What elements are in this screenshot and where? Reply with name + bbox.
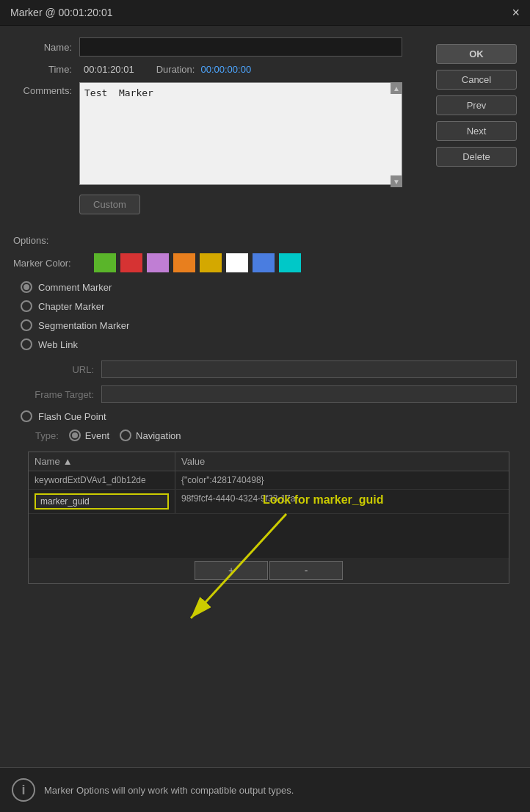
name-label: Name: — [13, 42, 72, 53]
type-event-circle — [69, 429, 81, 441]
radio-chapter-marker[interactable]: Chapter Marker — [21, 300, 517, 312]
table-cell-name-1: keywordExtDVAv1_d0b12de — [29, 471, 175, 489]
table-empty-area — [29, 514, 509, 558]
custom-button[interactable]: Custom — [79, 195, 140, 214]
table-actions: + - — [29, 558, 509, 583]
url-input[interactable] — [101, 360, 517, 378]
name-input[interactable] — [79, 37, 402, 57]
table-header-value: Value — [175, 452, 509, 471]
delete-button[interactable]: Delete — [436, 147, 517, 167]
color-swatch-gold[interactable] — [200, 253, 222, 272]
scroll-up-button[interactable]: ▲ — [391, 82, 402, 94]
scroll-down-button[interactable]: ▼ — [391, 175, 402, 187]
color-swatch-orange[interactable] — [173, 253, 195, 272]
info-icon: i — [12, 778, 35, 802]
title-bar: Marker @ 00:01:20:01 × — [0, 0, 530, 26]
table-cell-name-2: marker_guid — [29, 490, 175, 513]
info-bar: i Marker Options will only work with com… — [0, 767, 530, 812]
type-navigation-label: Navigation — [136, 430, 181, 441]
color-swatch-blue[interactable] — [253, 253, 275, 272]
comments-wrapper: ▲ ▼ — [79, 82, 402, 187]
radio-segmentation-label: Segmentation Marker — [38, 320, 129, 331]
table-row-highlight[interactable]: marker_guid 98f9fcf4-4440-4324-9f33-17a — [29, 490, 509, 514]
type-event-inner — [72, 432, 78, 438]
cue-point-table: Name ▲ Value keywordExtDVAv1_d0b12de {"c… — [28, 452, 509, 584]
color-swatch-white[interactable] — [226, 253, 248, 272]
next-button[interactable]: Next — [436, 121, 517, 141]
window-title: Marker @ 00:01:20:01 — [10, 7, 113, 18]
table-cell-value-1: {"color":4281740498} — [175, 471, 509, 489]
radio-chapter-label: Chapter Marker — [38, 301, 104, 312]
frame-target-label: Frame Target: — [21, 389, 94, 400]
comments-textarea[interactable] — [79, 82, 402, 185]
color-swatch-green[interactable] — [94, 253, 116, 272]
color-swatches — [94, 253, 301, 272]
marker-color-label: Marker Color: — [13, 258, 94, 269]
type-navigation-radio[interactable]: Navigation — [120, 429, 181, 441]
prev-button[interactable]: Prev — [436, 95, 517, 115]
color-swatch-purple[interactable] — [147, 253, 169, 272]
table-name-label: Name — [35, 456, 60, 467]
info-text: Marker Options will only work with compa… — [44, 785, 294, 796]
time-label: Time: — [13, 64, 72, 75]
url-label: URL: — [21, 364, 94, 375]
duration-label: Duration: — [156, 64, 195, 75]
flash-radio-circle[interactable] — [21, 410, 32, 422]
color-swatch-cyan[interactable] — [279, 253, 301, 272]
type-row: Type: Event Navigation — [21, 429, 517, 441]
radio-weblink-circle — [21, 338, 32, 350]
radio-weblink-label: Web Link — [38, 339, 78, 350]
marker-guid-highlight: marker_guid — [35, 493, 169, 510]
cancel-button[interactable]: Cancel — [436, 70, 517, 90]
flash-header: Flash Cue Point — [21, 410, 517, 422]
time-value: 00:01:20:01 — [84, 64, 134, 75]
radio-comment-marker[interactable]: Comment Marker — [21, 281, 517, 293]
marker-type-radio-group: Comment Marker Chapter Marker Segmentati… — [13, 281, 517, 350]
options-section: Options: Marker Color: — [13, 235, 517, 584]
action-buttons: OK Cancel Prev Next Delete — [436, 44, 517, 167]
radio-comment-inner — [23, 284, 29, 290]
options-label: Options: — [13, 235, 517, 246]
add-row-button[interactable]: + — [195, 561, 268, 580]
flash-label: Flash Cue Point — [38, 411, 106, 422]
frame-target-row: Frame Target: — [13, 385, 517, 403]
remove-row-button[interactable]: - — [269, 561, 343, 580]
radio-chapter-circle — [21, 300, 32, 312]
type-navigation-circle — [120, 429, 131, 441]
duration-value: 00:00:00:00 — [200, 64, 251, 75]
table-header: Name ▲ Value — [29, 452, 509, 471]
color-swatch-red[interactable] — [120, 253, 142, 272]
type-event-label: Event — [85, 430, 109, 441]
radio-weblink-marker[interactable]: Web Link — [21, 338, 517, 350]
marker-color-row: Marker Color: — [13, 253, 517, 272]
radio-comment-label: Comment Marker — [38, 282, 112, 293]
radio-segmentation-marker[interactable]: Segmentation Marker — [21, 319, 517, 331]
flash-cue-section: Flash Cue Point Type: Event Navigation — [13, 410, 517, 584]
url-row: URL: — [13, 360, 517, 378]
type-label: Type: — [35, 430, 59, 441]
table-row[interactable]: keywordExtDVAv1_d0b12de {"color":4281740… — [29, 471, 509, 490]
sort-icon[interactable]: ▲ — [63, 456, 73, 467]
table-cell-value-2: 98f9fcf4-4440-4324-9f33-17a — [175, 490, 509, 513]
ok-button[interactable]: OK — [436, 44, 517, 64]
radio-segmentation-circle — [21, 319, 32, 331]
table-header-name: Name ▲ — [29, 452, 175, 471]
type-event-radio[interactable]: Event — [69, 429, 109, 441]
close-button[interactable]: × — [512, 6, 520, 19]
radio-comment-circle — [21, 281, 32, 293]
frame-target-input[interactable] — [101, 385, 517, 403]
comments-label: Comments: — [13, 82, 72, 96]
